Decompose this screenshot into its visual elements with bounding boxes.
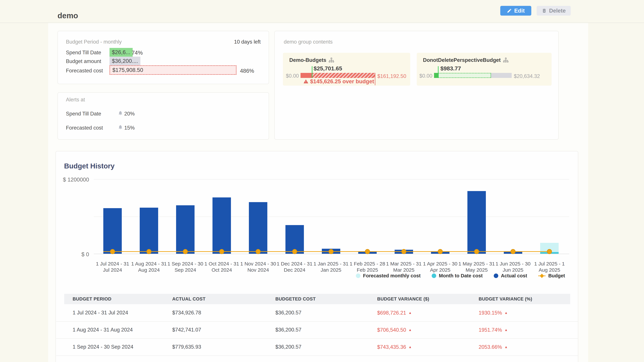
variance-up-icon: ▲ (504, 328, 508, 332)
table-cell-budgeted: $36,200.57 (276, 304, 301, 321)
bar-end-label: $20,634.32 (514, 73, 540, 79)
budget-marker-line (438, 66, 438, 78)
budget-point (292, 249, 297, 254)
forecasted-cost-value: $175,908.50 (110, 65, 236, 75)
table-row: 1 Jul 2024 - 31 Jul 2024$734,926.78$36,2… (56, 304, 578, 322)
x-axis-label: 1 Nov 2024 - 30Nov 2024 (240, 261, 276, 273)
spend-percent: 74% (132, 50, 143, 56)
bar-start-label: $0.00 (283, 73, 299, 79)
table-column-header: BUDGET VARIANCE ($) (377, 294, 429, 304)
budget-marker-line (312, 66, 312, 78)
alert-forecast-value: 15% (124, 125, 135, 131)
legend-item[interactable]: Month to Date cost (432, 273, 483, 279)
forecast-percent: 486% (240, 68, 254, 74)
delete-button[interactable]: Delete (537, 6, 571, 15)
days-left: 10 days left (234, 39, 260, 45)
bell-icon (118, 124, 123, 130)
budget-history-card: Budget History $ 1200000 $ 0 1 Jul 2024 … (56, 151, 578, 362)
over-budget-warning: $145,626.25 over budget (303, 78, 375, 85)
budget-point (146, 249, 152, 254)
actual-cost-bar[interactable] (468, 191, 486, 254)
table-column-header: BUDGETED COST (276, 294, 316, 304)
table-cell-variance_pct: 2053.66%▲ (479, 338, 508, 356)
budget-point (365, 249, 370, 254)
org-chart-icon (328, 57, 334, 63)
budget-point (401, 249, 406, 254)
alert-forecast-label: Forecasted cost (66, 125, 103, 131)
legend-label: Month to Date cost (439, 273, 483, 279)
table-cell-variance_pct: 1951.74%▲ (479, 321, 508, 339)
delete-button-label: Delete (549, 7, 566, 14)
x-axis-label: 1 Apr 2025 - 30Apr 2025 (422, 261, 459, 273)
bell-icon (118, 110, 123, 116)
budget-line (103, 251, 550, 252)
header-divider (0, 23, 644, 23)
budget-amount-label: Budget amount (66, 58, 101, 64)
budget-point (547, 249, 552, 254)
budget-point (183, 249, 188, 254)
legend-dot (494, 274, 498, 278)
budget-point (474, 249, 479, 254)
legend-item[interactable]: Forecasted monthly cost (356, 273, 420, 279)
table-cell-actual: $734,926.78 (172, 304, 201, 321)
budget-marker-value: $25,701.65 (314, 65, 342, 72)
forecasted-cost-label: Forecasted cost (66, 68, 103, 74)
edit-button-label: Edit (514, 7, 524, 14)
legend-item[interactable]: Actual cost (494, 273, 527, 279)
x-axis-label: 1 Jul 2024 - 31Jul 2024 (94, 261, 131, 273)
x-axis-label: 1 Jun 2025 - 30Jun 2025 (494, 261, 532, 273)
actual-cost-bar[interactable] (249, 202, 267, 254)
table-column-header: BUDGET PERIOD (72, 294, 112, 304)
gridline-mid (94, 217, 569, 217)
trash-icon (542, 8, 547, 13)
x-axis-label: 1 Oct 2024 - 31Oct 2024 (203, 261, 240, 273)
budget-item-demo-budgets[interactable]: Demo-Budgets $25,701.65 $0.00 $161,192.5… (283, 53, 410, 86)
x-axis-label: 1 Aug 2024 - 31Aug 2024 (130, 261, 167, 273)
spent-bar-segment (434, 73, 438, 78)
forecast-bar-segment (438, 73, 491, 78)
budget-point (510, 249, 516, 254)
legend-item[interactable]: Budget (538, 273, 565, 279)
variance-up-icon: ▲ (504, 311, 508, 315)
budget-point (328, 249, 334, 254)
alerts-title: Alerts at (66, 97, 85, 103)
budget-item-donotdelete[interactable]: DonotDeletePerspectiveBudget $983.77 $0.… (417, 53, 552, 86)
actual-cost-bar[interactable] (103, 208, 122, 254)
budget-amount-value: $36,200.... (110, 57, 140, 65)
budget-period-card: Budget Period - monthly 10 days left Spe… (58, 31, 269, 84)
table-column-header: ACTUAL COST (172, 294, 206, 304)
table-cell-actual: $779,635.93 (172, 338, 201, 356)
budget-item-name: Demo-Budgets (289, 57, 326, 63)
gridline-top (94, 179, 569, 179)
budget-point (256, 249, 260, 254)
budget-point (438, 249, 443, 254)
spend-till-date-label: Spend Till Date (66, 50, 101, 56)
table-column-header: BUDGET VARIANCE (%) (479, 294, 532, 304)
actual-cost-bar[interactable] (212, 197, 231, 254)
table-cell-period: 1 Sep 2024 - 30 Sep 2024 (72, 338, 133, 356)
chart-legend: Forecasted monthly costMonth to Date cos… (356, 273, 565, 279)
over-budget-text: $145,626.25 over budget (310, 78, 374, 84)
legend-label: Actual cost (501, 273, 527, 279)
table-cell-period: 1 Jul 2024 - 31 Jul 2024 (72, 304, 128, 321)
variance-up-icon: ▲ (408, 328, 412, 332)
legend-dot (356, 274, 360, 278)
table-cell-variance_pct: 1930.15%▲ (479, 304, 508, 322)
pencil-icon (507, 8, 512, 13)
x-axis-label: 1 Mar 2025 - 31Mar 2025 (386, 261, 422, 273)
bar-start-label: $0.00 (417, 73, 432, 79)
x-axis-label: 1 Feb 2025 - 28Feb 2025 (349, 261, 386, 273)
table-row: 1 Aug 2024 - 31 Aug 2024$742,741.07$36,2… (56, 321, 578, 339)
actual-cost-bar[interactable] (176, 205, 194, 254)
budget-point (110, 249, 115, 254)
budget-point (219, 249, 224, 254)
page-title: demo (58, 11, 78, 20)
table-cell-actual: $742,741.07 (172, 321, 201, 338)
spent-bar-segment (300, 73, 312, 78)
variance-up-icon: ▲ (408, 311, 412, 315)
bar-end-label: $161,192.50 (377, 73, 406, 79)
edit-button[interactable]: Edit (500, 6, 531, 15)
alerts-card: Alerts at Spend Till Date 20% Forecasted… (58, 92, 269, 140)
actual-cost-bar[interactable] (140, 208, 158, 254)
x-axis-label: 1 May 2025 - 31May 2025 (458, 261, 495, 273)
